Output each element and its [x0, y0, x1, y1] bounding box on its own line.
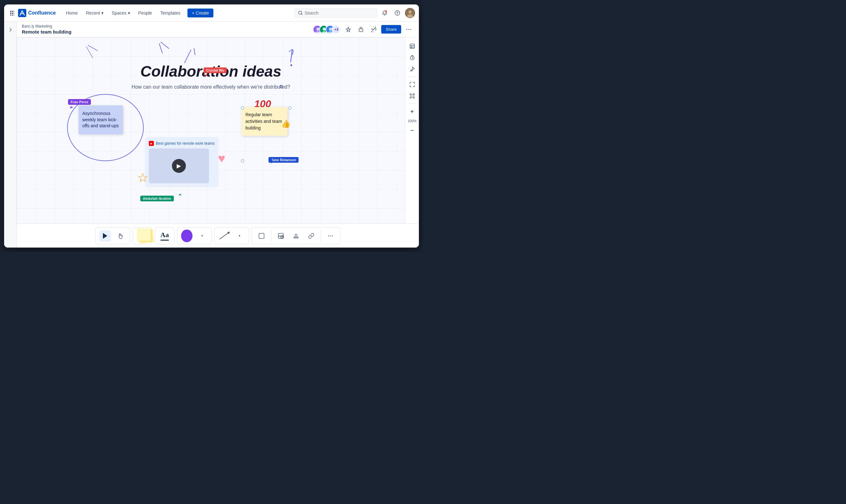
- svg-rect-7: [14, 13, 15, 13]
- svg-point-10: [385, 11, 387, 12]
- sidebar-toggle: [4, 21, 17, 248]
- svg-point-52: [328, 235, 329, 236]
- heart-decoration: ♥: [218, 151, 226, 166]
- svg-rect-51: [294, 237, 298, 238]
- video-title: ▶ Best games for remote work teams: [149, 141, 215, 146]
- play-pointer-button[interactable]: [100, 230, 111, 241]
- bt-separator-2: [321, 230, 321, 241]
- nav-recent[interactable]: Recent ▾: [82, 8, 107, 17]
- thumbs-up-emoji: 👍: [281, 118, 291, 129]
- selection-handle-tr[interactable]: [288, 106, 292, 110]
- svg-line-30: [291, 49, 292, 62]
- hand-tool-button[interactable]: [114, 230, 126, 241]
- copy-link-button[interactable]: [368, 24, 379, 35]
- svg-line-45: [220, 233, 229, 239]
- rt-separator-2: [408, 104, 417, 104]
- svg-point-13: [409, 11, 412, 14]
- text-tool-button[interactable]: Aa: [159, 230, 170, 241]
- cursor-jane-rotanson: Jane Rotanson: [269, 157, 299, 163]
- svg-point-54: [332, 235, 333, 236]
- svg-line-28: [185, 50, 191, 63]
- search-input[interactable]: [305, 11, 374, 16]
- sticky-note-activities[interactable]: Regular team activities and team buildin…: [241, 107, 287, 136]
- video-embed[interactable]: ▶ Best games for remote work teams ▶: [145, 137, 218, 187]
- create-button[interactable]: + Create: [187, 8, 213, 17]
- star-decoration: ☆: [137, 170, 148, 185]
- fit-selection-icon[interactable]: [407, 91, 417, 101]
- share-button[interactable]: Share: [381, 25, 401, 34]
- star-button[interactable]: [343, 24, 353, 35]
- more-tools-button[interactable]: [325, 230, 336, 241]
- pointer-tool-group: [95, 227, 130, 245]
- whiteboard-canvas[interactable]: Collaboration ideas How can our team col…: [17, 37, 405, 223]
- content-area: Banc.ly Marketing Remote team building: [4, 21, 419, 248]
- restrictions-button[interactable]: [356, 24, 366, 35]
- svg-point-53: [330, 235, 331, 236]
- logo[interactable]: Confluence: [18, 9, 56, 17]
- user-avatar[interactable]: [405, 8, 415, 18]
- right-toolbar: + 100% −: [405, 37, 419, 223]
- svg-point-46: [228, 232, 230, 234]
- table-icon[interactable]: [407, 41, 417, 51]
- zoom-in-button[interactable]: +: [407, 106, 417, 116]
- line-tool-button[interactable]: [218, 230, 230, 241]
- sticky-note-async[interactable]: Asynchronous weekly team kick-offs and s…: [78, 105, 123, 134]
- sticky-tool-group: [133, 227, 152, 245]
- search-box[interactable]: [295, 8, 377, 17]
- cursor-crystal-wu: Crystal Wu: [203, 68, 227, 73]
- timer-icon[interactable]: [407, 53, 417, 63]
- svg-point-25: [407, 29, 408, 30]
- line-dropdown-button[interactable]: ▾: [234, 230, 245, 241]
- play-button[interactable]: ▶: [172, 159, 186, 173]
- sticky-layer-front: [137, 228, 151, 241]
- selection-handle-tl[interactable]: [241, 106, 244, 110]
- svg-rect-24: [359, 29, 363, 32]
- nav-spaces[interactable]: Spaces ▾: [108, 8, 134, 17]
- text-tool-group: Aa: [155, 227, 175, 245]
- cursor-arrow-fran: [69, 105, 73, 109]
- pin-icon[interactable]: [407, 64, 417, 74]
- cursor-abdullah-ibrahim: Abdullah Ibrahim: [140, 196, 174, 201]
- shape-dropdown-button[interactable]: ▾: [196, 230, 208, 241]
- svg-rect-38: [410, 44, 414, 49]
- frame-button[interactable]: [256, 230, 267, 241]
- sidebar-toggle-button[interactable]: [6, 25, 15, 34]
- bottom-toolbar: Aa ▾: [17, 223, 419, 248]
- notifications-button[interactable]: [380, 8, 390, 18]
- logo-icon: [18, 9, 26, 17]
- cursor-fran-perez: Fran Perez: [68, 99, 91, 105]
- nav-templates[interactable]: Templates: [157, 8, 184, 17]
- svg-rect-2: [10, 13, 12, 14]
- svg-marker-37: [179, 193, 183, 197]
- grid-icon[interactable]: [8, 8, 17, 17]
- page-header: Banc.ly Marketing Remote team building: [17, 21, 419, 37]
- help-button[interactable]: [392, 8, 402, 18]
- selection-handle-bl[interactable]: [241, 159, 244, 162]
- topbar-left: Confluence Home Recent ▾ Spaces ▾ People…: [8, 8, 213, 17]
- svg-point-27: [410, 29, 411, 30]
- video-thumbnail[interactable]: ▶: [149, 148, 209, 183]
- nav-people[interactable]: People: [134, 8, 156, 17]
- zoom-level: 100%: [406, 118, 418, 124]
- shape-circle-button[interactable]: [181, 230, 193, 241]
- collaborators-avatars: +3: [313, 25, 341, 34]
- more-options-button[interactable]: [404, 24, 414, 35]
- browser-window: Confluence Home Recent ▾ Spaces ▾ People…: [4, 4, 419, 248]
- svg-line-29: [194, 49, 195, 55]
- image-button[interactable]: [275, 230, 287, 241]
- sticky-note-button[interactable]: [137, 230, 148, 241]
- page-header-right: +3: [313, 24, 414, 35]
- shape-tool-group: ▾: [177, 227, 212, 245]
- zoom-out-button[interactable]: −: [407, 125, 417, 136]
- nav-home[interactable]: Home: [62, 8, 82, 17]
- line-tool-group: ▾: [214, 227, 249, 245]
- svg-rect-8: [14, 15, 15, 15]
- stamp-button[interactable]: [290, 230, 302, 241]
- svg-rect-3: [12, 13, 13, 14]
- link-button[interactable]: [306, 230, 317, 241]
- logo-text: Confluence: [28, 10, 56, 16]
- svg-rect-0: [10, 11, 12, 12]
- fit-all-icon[interactable]: [407, 79, 417, 90]
- cursor-arrow-abdullah: [179, 193, 183, 197]
- page-title: Remote team building: [22, 29, 72, 35]
